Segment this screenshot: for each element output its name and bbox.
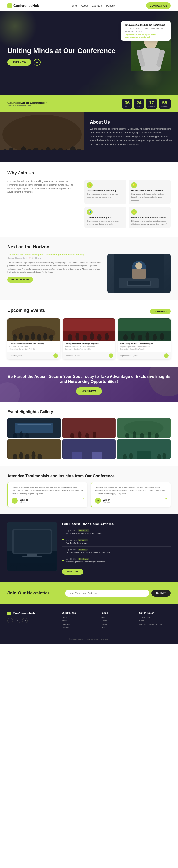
svg-rect-26 xyxy=(128,281,150,285)
cta-join-button[interactable]: JOIN NOW xyxy=(76,388,102,395)
why-card-icon-3: ⭐ xyxy=(131,209,137,215)
logo[interactable]: ConferenceHub xyxy=(7,3,39,8)
nav-links: Home About Events Pages xyxy=(69,4,115,7)
svg-point-70 xyxy=(148,432,151,438)
hero-card-cta[interactable]: Register Now and be a part of this trans… xyxy=(125,34,167,38)
events-load-more-button[interactable]: LOAD MORE xyxy=(150,309,171,314)
hero-text: Uniting Minds at Our Conference JOIN NOW xyxy=(7,42,126,71)
blog-date-tag-1: July 30, 2024 Business xyxy=(66,539,88,541)
countdown-main-label: Countdown to Connection xyxy=(7,101,48,104)
blog-title-0: Key Takeaways: Innovations and Insights.… xyxy=(66,532,104,535)
footer-page-faq[interactable]: FAQ xyxy=(100,627,132,629)
svg-point-43 xyxy=(105,333,109,341)
gallery-item-4 xyxy=(62,439,116,459)
svg-point-5 xyxy=(2,115,82,154)
logo-icon xyxy=(7,3,12,8)
about-image xyxy=(0,112,84,162)
blog-cat-0: Leadership xyxy=(78,529,89,532)
testimonial-text-1: Attending this conference was a game-cha… xyxy=(95,486,167,495)
svg-point-23 xyxy=(136,262,142,269)
copyright-text: © ConferenceHub 2024. All Rights Reserve… xyxy=(69,638,109,641)
footer-link-speakers[interactable]: Speakers xyxy=(62,623,93,625)
blogs-section: Our Latest Blogs and Articles July 31, 2… xyxy=(0,515,178,582)
svg-rect-78 xyxy=(63,439,116,459)
horizon-date: October 31, Jane Smith xyxy=(7,257,28,259)
hero-section: Uniting Minds at Our Conference JOIN NOW… xyxy=(0,11,178,95)
why-card-icon-2: 📊 xyxy=(87,209,93,215)
footer-link-about[interactable]: About xyxy=(62,620,93,622)
why-card-body-3: Enhance your expertise and stay ahead of… xyxy=(131,220,168,225)
blog-cat-1: Business xyxy=(78,539,88,541)
footer-page-gallery[interactable]: Gallery xyxy=(100,623,132,625)
svg-rect-24 xyxy=(131,269,146,279)
blog-date-1: July 30, 2024 xyxy=(66,539,77,541)
svg-rect-19 xyxy=(0,151,84,162)
blog-title-1: Top Tips for Setting Up... xyxy=(66,541,88,544)
footer-link-contact[interactable]: Contact xyxy=(62,627,93,629)
why-card-body-1: Stay ahead by bringing solutions that im… xyxy=(131,193,168,202)
svg-point-42 xyxy=(97,334,101,341)
event-card-1: Driving Meaningful Change Together Keyno… xyxy=(63,318,115,359)
register-button[interactable]: REGISTER NOW xyxy=(7,277,33,283)
nav-about[interactable]: About xyxy=(81,4,88,7)
social-twitter[interactable]: t xyxy=(15,618,20,623)
countdown-minutes-unit: Minutes xyxy=(148,105,154,107)
contact-button[interactable]: CONTACT US xyxy=(146,2,171,9)
newsletter-title: Join Our Newsletter xyxy=(7,591,60,596)
nav-pages[interactable]: Pages xyxy=(106,4,116,7)
newsletter-submit-button[interactable]: SUBMIT xyxy=(151,590,171,597)
blogs-load-more-button[interactable]: LOAD MORE xyxy=(62,569,83,575)
footer-contact: Get In Touch +1 234 5678 Email conferenc… xyxy=(139,612,171,630)
hero-card-venue: The Grand Exhibition Center, New York Ci… xyxy=(125,27,167,29)
join-button[interactable]: JOIN NOW xyxy=(7,59,31,66)
blog-cat-3: Healthcare xyxy=(78,558,89,560)
calendar-icon-1 xyxy=(62,539,64,542)
horizon-body: This conference brings together a divers… xyxy=(7,261,102,274)
why-title: Why Join Us xyxy=(7,170,171,176)
nav-home[interactable]: Home xyxy=(69,4,77,7)
gallery-item-5 xyxy=(117,439,171,459)
events-header: Upcoming Events LOAD MORE xyxy=(7,308,171,314)
play-button[interactable] xyxy=(34,59,40,66)
event-btn-2[interactable]: → xyxy=(164,353,169,358)
blog-date-2: July 29, 2024 xyxy=(66,549,77,551)
footer-link-home[interactable]: Home xyxy=(62,616,93,618)
blogs-title: Our Latest Blogs and Articles xyxy=(62,522,171,526)
nav-events[interactable]: Events xyxy=(92,4,102,7)
footer-quick-links-list: Home About Speakers Contact xyxy=(62,616,93,629)
countdown-sub-label: Ahead of Nearest Event xyxy=(7,104,48,107)
event-btn-0[interactable]: → xyxy=(53,353,58,358)
why-card-title-3: Elevate Your Professional Profile xyxy=(131,216,168,219)
blogs-image xyxy=(7,522,57,571)
horizon-time: 10:00 am xyxy=(32,257,40,259)
newsletter-email-input[interactable] xyxy=(65,590,149,597)
calendar-icon-0 xyxy=(62,530,64,532)
social-facebook[interactable]: f xyxy=(7,618,13,623)
blog-date-0: July 31, 2024 xyxy=(66,530,77,531)
svg-point-47 xyxy=(131,333,135,341)
why-card-icon-1: 💡 xyxy=(131,182,137,188)
horizon-image xyxy=(107,253,171,293)
why-card-2: 📊 Gain Practical Insights Our sessions a… xyxy=(84,207,126,228)
footer-page-blog[interactable]: Blog xyxy=(100,616,132,618)
testimonial-footer-0: D Danielle Attendee " xyxy=(11,498,84,503)
footer-page-events[interactable]: Events xyxy=(100,620,132,622)
blog-meta-2: July 29, 2024 Business Transformative Bu… xyxy=(66,549,111,554)
event-info-0: Transforming Industries and Society Spea… xyxy=(7,341,60,352)
gallery-item-3 xyxy=(7,439,61,459)
event-image-2 xyxy=(118,318,171,341)
cta-title: Be Part of the Action, Secure Your Spot … xyxy=(7,374,171,384)
testimonial-card-0: Attending this conference was a game-cha… xyxy=(7,482,87,507)
blog-date-3: July 25, 2024 xyxy=(66,558,77,560)
countdown-hours: 24 Hours xyxy=(134,99,144,109)
social-linkedin[interactable]: in xyxy=(22,618,28,623)
newsletter-form: SUBMIT xyxy=(65,590,171,597)
countdown-seconds-unit: Seconds xyxy=(161,105,168,107)
event-btn-1[interactable]: → xyxy=(109,353,113,358)
footer-pages: Pages Blog Events Gallery FAQ xyxy=(100,612,132,630)
countdown-boxes: 36 Days 24 Hours 17 Minutes 55 Seconds xyxy=(122,99,171,109)
event-image-1 xyxy=(63,318,115,341)
footer-logo: ConferenceHub xyxy=(7,612,54,616)
horizon-section-title: Next on the Horizon xyxy=(7,244,171,250)
footer-brand: ConferenceHub f t in xyxy=(7,612,54,630)
